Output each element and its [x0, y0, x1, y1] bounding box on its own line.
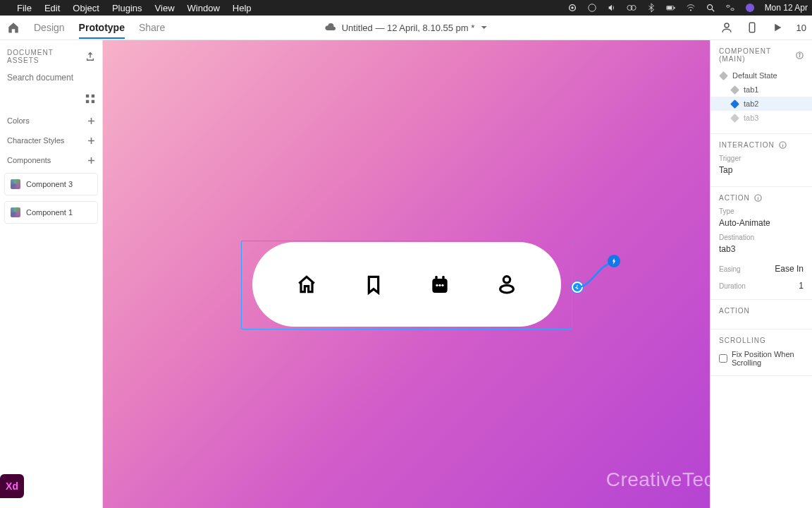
status-volume-icon[interactable]	[607, 3, 617, 13]
diamond-icon	[730, 114, 739, 123]
search-input[interactable]	[7, 73, 113, 83]
menu-clock[interactable]: Mon 12 Apr	[765, 3, 808, 13]
canvas[interactable]: CreativeTec	[103, 40, 710, 508]
svg-point-4	[631, 6, 636, 11]
state-row-tab3[interactable]: tab3	[719, 111, 804, 125]
state-label: tab1	[744, 85, 758, 94]
state-row-default[interactable]: Default State	[719, 68, 804, 83]
svg-rect-17	[92, 95, 94, 97]
grid-view-icon[interactable]	[85, 94, 95, 104]
state-row-tab2[interactable]: tab2	[710, 97, 812, 111]
type-value[interactable]: Auto-Animate	[719, 215, 804, 231]
info-icon[interactable]	[754, 194, 762, 202]
duration-value[interactable]: 1	[799, 281, 804, 291]
document-title[interactable]: Untitled — 12 April, 8.10.55 pm *	[342, 23, 475, 33]
info-icon[interactable]	[779, 141, 787, 149]
plus-icon[interactable]	[87, 157, 95, 164]
destination-value[interactable]: tab3	[719, 241, 804, 257]
status-siri-icon[interactable]	[587, 3, 597, 13]
xd-logo: Xd	[0, 474, 24, 498]
state-label: Default State	[732, 71, 777, 80]
svg-point-13	[746, 4, 754, 12]
profile-icon	[496, 273, 518, 296]
svg-line-10	[711, 9, 714, 12]
svg-rect-18	[86, 100, 89, 103]
status-wifi-icon[interactable]	[686, 3, 696, 13]
tab-prototype[interactable]: Prototype	[79, 22, 125, 39]
menu-help[interactable]: Help	[233, 3, 252, 13]
components-group-label[interactable]: Components	[7, 156, 51, 164]
svg-rect-22	[443, 276, 445, 281]
component-item[interactable]: Component 3	[4, 173, 98, 195]
status-bluetooth-icon[interactable]	[646, 3, 656, 13]
mac-menu-bar: File Edit Object Plugins View Window Hel…	[0, 0, 812, 16]
svg-rect-11	[726, 6, 729, 8]
prototype-wire-handle[interactable]	[572, 282, 583, 293]
info-icon[interactable]	[796, 52, 804, 59]
chevron-down-icon[interactable]	[480, 24, 487, 31]
home-button[interactable]	[7, 21, 20, 34]
status-search-icon[interactable]	[706, 3, 715, 13]
assets-title: DOCUMENT ASSETS	[7, 49, 85, 64]
easing-value[interactable]: Ease In	[775, 264, 804, 274]
svg-rect-16	[86, 95, 89, 97]
home-icon	[295, 273, 318, 296]
mobile-preview-icon[interactable]	[746, 21, 758, 34]
status-battery-icon[interactable]	[666, 3, 676, 13]
scrolling-section-title: SCROLLING	[719, 337, 766, 344]
menu-edit[interactable]: Edit	[44, 3, 60, 13]
interaction-section-title: INTERACTION	[719, 141, 775, 149]
diamond-icon	[730, 99, 739, 109]
state-label: tab3	[744, 114, 758, 122]
menu-plugins[interactable]: Plugins	[112, 3, 142, 13]
left-panel: DOCUMENT ASSETS Colors Character Styles …	[0, 40, 103, 508]
nav-bar-component[interactable]	[252, 242, 561, 327]
svg-point-14	[725, 23, 729, 28]
svg-rect-21	[436, 276, 438, 281]
svg-rect-12	[731, 8, 734, 11]
tab-share[interactable]: Share	[139, 22, 165, 33]
type-label: Type	[719, 207, 804, 215]
play-icon[interactable]	[771, 21, 784, 34]
status-cc-icon[interactable]	[627, 3, 636, 13]
trigger-value[interactable]: Tap	[719, 162, 804, 178]
invite-icon[interactable]	[720, 21, 733, 34]
menu-file[interactable]: File	[17, 3, 32, 13]
state-row-tab1[interactable]: tab1	[719, 83, 804, 97]
lightning-icon[interactable]	[608, 255, 620, 267]
state-label: tab2	[744, 99, 758, 108]
easing-label: Easing	[719, 265, 741, 273]
plus-icon[interactable]	[87, 137, 95, 145]
duration-label: Duration	[719, 282, 746, 290]
colors-group-label[interactable]: Colors	[7, 116, 30, 125]
right-panel: COMPONENT (MAIN) Default State tab1 tab2…	[710, 40, 812, 508]
charstyles-group-label[interactable]: Character Styles	[7, 136, 64, 145]
fix-position-checkbox[interactable]: Fix Position When Scrolling	[719, 350, 804, 367]
component-item-label: Component 1	[26, 208, 73, 217]
svg-rect-15	[749, 23, 755, 32]
status-record-icon[interactable]	[567, 3, 577, 13]
action2-section-title: ACTION	[719, 307, 750, 315]
svg-point-26	[503, 277, 510, 283]
calendar-icon	[429, 273, 451, 296]
diamond-icon	[730, 85, 739, 95]
svg-point-30	[799, 53, 800, 54]
svg-rect-19	[92, 100, 94, 103]
status-user-icon[interactable]	[745, 3, 755, 13]
menu-view[interactable]: View	[155, 3, 175, 13]
publish-icon[interactable]	[85, 52, 95, 61]
component-item-label: Component 3	[26, 180, 73, 188]
fix-position-input[interactable]	[719, 354, 727, 363]
menu-object[interactable]: Object	[73, 3, 99, 13]
component-item[interactable]: Component 1	[4, 201, 98, 224]
svg-rect-7	[674, 7, 675, 9]
svg-point-9	[707, 5, 712, 10]
menu-window[interactable]: Window	[187, 3, 220, 13]
plus-icon[interactable]	[87, 117, 95, 125]
status-control-center-icon[interactable]	[725, 3, 735, 13]
svg-point-27	[500, 285, 513, 293]
tab-design[interactable]: Design	[34, 22, 65, 33]
zoom-level[interactable]: 10	[796, 23, 806, 33]
svg-rect-6	[667, 6, 672, 9]
svg-point-8	[690, 9, 691, 11]
